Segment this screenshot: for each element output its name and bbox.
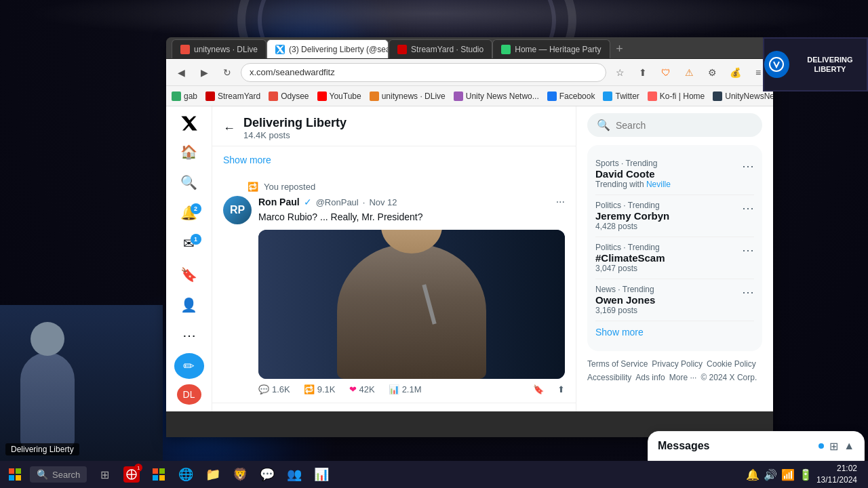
tweet-more-btn[interactable]: ···: [556, 196, 565, 208]
back-button[interactable]: ◀: [172, 63, 191, 82]
tab-twitter[interactable]: (3) Delivering Liberty (@sea... ✕: [267, 39, 389, 58]
trending-show-more[interactable]: Show more: [595, 321, 754, 343]
retweet-count: 9.1K: [317, 384, 336, 394]
twitter-logo[interactable]: [177, 113, 201, 134]
tray-notification[interactable]: 🔔: [746, 468, 760, 481]
show-more-btn[interactable]: Show more: [212, 146, 576, 174]
footer-ads[interactable]: Ads info: [635, 373, 665, 382]
trending-category-2: Politics · Trending: [595, 201, 754, 210]
trending-name-1: David Coote: [595, 168, 754, 180]
taskbar-item-browser[interactable]: 1: [119, 462, 144, 487]
taskbar-item-files[interactable]: 📁: [201, 462, 225, 487]
trending-item-david-coote[interactable]: Sports · Trending David Coote Trending w…: [595, 153, 754, 195]
taskbar-item-edge[interactable]: 🌐: [174, 462, 198, 487]
taskbar-item-windows[interactable]: [146, 462, 171, 487]
trending-more-1[interactable]: ⋯: [742, 159, 754, 174]
address-input[interactable]: x.com/seanedwardfitz: [241, 63, 606, 82]
tab-heritage[interactable]: Home — Heritage Party: [492, 39, 610, 58]
tray-battery[interactable]: 🔋: [799, 468, 812, 481]
warning-btn[interactable]: ⚠: [679, 63, 698, 82]
nav-more[interactable]: ⋯: [174, 323, 204, 348]
trending-more-4[interactable]: ⋯: [742, 285, 754, 300]
trending-item-owen[interactable]: News · Trending Owen Jones 3,169 posts ⋯: [595, 279, 754, 321]
taskbar-item-taskview[interactable]: ⊞: [92, 462, 117, 487]
trending-item-corbyn[interactable]: Politics · Trending Jeremy Corbyn 4,428 …: [595, 195, 754, 237]
tab-dlive[interactable]: unitynews · DLive: [172, 39, 267, 58]
back-arrow[interactable]: ←: [223, 121, 235, 136]
taskbar-search[interactable]: 🔍 Search: [30, 466, 87, 483]
svg-rect-3: [9, 475, 14, 481]
repost-label: 🔁 You reposted: [248, 182, 565, 192]
bookmark-unitynews[interactable]: unitynews · DLive: [370, 92, 446, 101]
search-input[interactable]: [616, 120, 753, 131]
messages-collapse-btn[interactable]: ▲: [844, 440, 854, 452]
footer-terms[interactable]: Terms of Service: [587, 359, 648, 369]
tab-streamyard[interactable]: StreamYard · Studio: [389, 39, 492, 58]
footer-more[interactable]: More ···: [669, 373, 697, 382]
taskbar-item-brave[interactable]: 🦁: [228, 462, 252, 487]
bookmark-label-streamyard: StreamYard: [218, 92, 260, 101]
footer-cookie[interactable]: Cookie Policy: [707, 359, 756, 369]
nav-bookmarks[interactable]: 🔖: [174, 262, 204, 287]
bookmark-action[interactable]: 🔖: [533, 384, 544, 394]
bookmark-label-gab: gab: [184, 92, 197, 101]
taskbar-items: ⊞ 1 🌐 📁 🦁 💬 👥: [92, 462, 741, 487]
bookmark-gab[interactable]: gab: [172, 92, 197, 101]
nav-home[interactable]: 🏠: [174, 139, 204, 164]
footer-accessibility[interactable]: Accessibility: [587, 373, 631, 382]
tweet-actions: 💬 1.6K 🔁 9.1K ❤ 42K: [258, 384, 565, 394]
taskbar-item-teams[interactable]: 👥: [282, 462, 307, 487]
tray-network[interactable]: 📶: [781, 468, 795, 481]
tweet-ron-paul[interactable]: 🔁 You reposted RP Ron Paul ✓ @RonPaul · …: [212, 174, 576, 403]
tweet-row: RP Ron Paul ✓ @RonPaul · Nov 12 ··· Marc…: [223, 196, 565, 394]
nav-notifications[interactable]: 🔔 2: [174, 201, 204, 226]
post-button[interactable]: ✏: [174, 353, 204, 378]
wallet-btn[interactable]: 💰: [726, 63, 745, 82]
address-text: x.com/seanedwardfitz: [250, 67, 335, 77]
nav-explore[interactable]: 🔍: [174, 170, 204, 195]
messages-indicator: [818, 443, 824, 449]
bookmark-streamyard[interactable]: StreamYard: [205, 92, 260, 101]
nav-profile[interactable]: 👤: [174, 292, 204, 317]
forward-button[interactable]: ▶: [195, 63, 214, 82]
extensions-btn[interactable]: ⚙: [703, 63, 722, 82]
share-btn[interactable]: ⬆: [633, 63, 652, 82]
bookmark-icon-kofi: [648, 92, 657, 101]
user-avatar-sidebar[interactable]: DL: [177, 384, 201, 405]
twitter-main-feed[interactable]: ← Delivering Liberty 14.4K posts Show mo…: [212, 106, 576, 411]
like-action[interactable]: ❤ 42K: [349, 384, 375, 394]
views-action[interactable]: 📊 2.1M: [389, 384, 422, 394]
trending-with-link[interactable]: Neville: [646, 180, 671, 189]
taskbar-item-discord[interactable]: 💬: [255, 462, 279, 487]
share-action[interactable]: ⬆: [557, 384, 565, 394]
taskbar-item-office[interactable]: 📊: [309, 462, 334, 487]
messages-popout-btn[interactable]: ⊞: [829, 440, 838, 453]
nav-messages[interactable]: ✉ 1: [174, 231, 204, 256]
svg-rect-4: [16, 475, 21, 481]
footer-privacy[interactable]: Privacy Policy: [652, 359, 703, 369]
start-button[interactable]: [0, 461, 30, 488]
messages-bar[interactable]: Messages ⊞ ▲: [648, 431, 865, 461]
bookmark-facebook[interactable]: Facebook: [547, 92, 595, 101]
trending-category-3: Politics · Trending: [595, 243, 754, 252]
trending-item-climate[interactable]: Politics · Trending #ClimateScam 3,047 p…: [595, 237, 754, 279]
svg-point-0: [770, 58, 783, 71]
trending-more-2[interactable]: ⋯: [742, 201, 754, 216]
bookmark-twitter[interactable]: Twitter: [603, 92, 639, 101]
retweet-action[interactable]: 🔁 9.1K: [304, 384, 336, 394]
bookmark-unity-network[interactable]: Unity News Netwo...: [454, 92, 539, 101]
trending-more-3[interactable]: ⋯: [742, 243, 754, 258]
browser-tabs-bar: unitynews · DLive (3) Delivering Liberty…: [166, 37, 773, 59]
reload-button[interactable]: ↻: [218, 63, 237, 82]
bookmark-unity-newsnetwork[interactable]: UnityNewsNetwork: [713, 92, 773, 101]
bookmark-btn[interactable]: ☆: [610, 63, 629, 82]
brave-shield[interactable]: 🛡: [656, 63, 675, 82]
reply-action[interactable]: 💬 1.6K: [258, 384, 290, 394]
tweet-dot: ·: [363, 197, 366, 207]
tweet-delivering-liberty[interactable]: DL Delivering Liberty @seanedwardfitz · …: [212, 403, 576, 411]
bookmark-kofi[interactable]: Ko-fi | Home: [648, 92, 705, 101]
tray-volume[interactable]: 🔊: [764, 468, 777, 481]
bookmark-odysee[interactable]: Odysee: [269, 92, 309, 101]
new-tab-button[interactable]: +: [610, 39, 629, 58]
bookmark-youtube[interactable]: YouTube: [317, 92, 361, 101]
